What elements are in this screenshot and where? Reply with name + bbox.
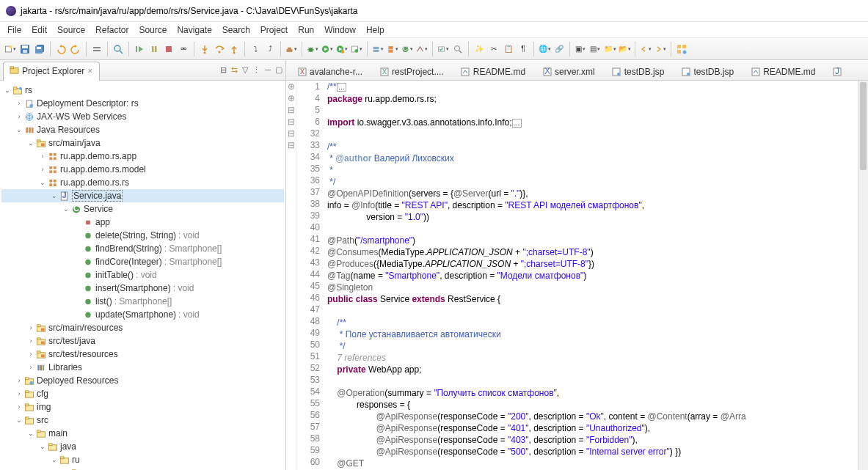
tree-item-pkg-rs[interactable]: ⌄ru.app.demo.rs.rs bbox=[1, 176, 284, 189]
tab-readme1[interactable]: README.md bbox=[453, 62, 533, 80]
tree-item-method-inittable[interactable]: ›initTable(): void bbox=[1, 268, 284, 282]
menu-file[interactable]: File bbox=[7, 25, 21, 35]
tree-item-deployed[interactable]: ›Deployed Resources bbox=[1, 374, 284, 387]
tree-item-service-class[interactable]: ⌄CService bbox=[1, 202, 284, 216]
tree-item-srctestres[interactable]: ›src/test/resources bbox=[1, 348, 284, 361]
tree-item-src[interactable]: ⌄src bbox=[1, 414, 284, 427]
menu-source[interactable]: Source bbox=[57, 25, 85, 35]
coverage-button[interactable] bbox=[336, 43, 348, 55]
text-button[interactable]: ¶ bbox=[517, 43, 529, 55]
suspend-button[interactable] bbox=[148, 43, 160, 55]
tree-item-srcmain[interactable]: ⌄src/main/java bbox=[1, 136, 284, 150]
tree-item-javares[interactable]: ⌄Java Resources bbox=[1, 123, 284, 136]
tree-project-root[interactable]: ⌄rs bbox=[1, 84, 284, 97]
debug-button[interactable] bbox=[307, 43, 318, 55]
tab-testdb1[interactable]: testDB.jsp bbox=[604, 62, 673, 80]
run-button[interactable] bbox=[321, 43, 333, 55]
menu-search[interactable]: Search bbox=[222, 25, 250, 35]
menu-refactor[interactable]: Refactor bbox=[95, 25, 128, 35]
tree-item-service-java[interactable]: ⌄JService.java bbox=[1, 189, 284, 202]
tree-item-pkg-model[interactable]: ›ru.app.demo.rs.model bbox=[1, 163, 284, 176]
expand-button[interactable]: ▤ bbox=[589, 43, 601, 55]
run-last-button[interactable] bbox=[351, 43, 362, 55]
open-task-button[interactable] bbox=[437, 43, 449, 55]
search-button[interactable] bbox=[112, 43, 124, 55]
step-return-button[interactable] bbox=[228, 43, 240, 55]
wand-button[interactable]: ✨ bbox=[473, 43, 485, 55]
tree-item-method-update[interactable]: ›update(Smartphone): void bbox=[1, 308, 284, 321]
save-all-button[interactable] bbox=[34, 43, 45, 55]
filter-icon[interactable]: ▽ bbox=[242, 65, 248, 75]
menu-help[interactable]: Help bbox=[366, 25, 384, 35]
link-button[interactable]: 🔗 bbox=[553, 43, 565, 55]
new-button[interactable] bbox=[4, 43, 16, 55]
new-server-button[interactable] bbox=[372, 43, 384, 55]
tree-item-method-delete[interactable]: ›delete(String, String): void bbox=[1, 229, 284, 242]
back-button[interactable] bbox=[640, 43, 652, 55]
fold-ruler[interactable]: ⊕⊕⊟⊟⊟⊟ bbox=[286, 81, 296, 470]
folder2-button[interactable]: 📂 bbox=[619, 43, 630, 55]
collapse-button[interactable]: ▣ bbox=[575, 43, 586, 55]
menu-run[interactable]: Run bbox=[298, 25, 314, 35]
new-java-button[interactable] bbox=[387, 43, 398, 55]
view-menu-icon[interactable]: ⋮ bbox=[252, 65, 260, 75]
tree-item-img[interactable]: ›img bbox=[1, 400, 284, 414]
menu-source2[interactable]: Source bbox=[139, 25, 167, 35]
search-task-button[interactable] bbox=[452, 43, 464, 55]
tab-serverxml[interactable]: Xserver.xml bbox=[534, 62, 603, 80]
menu-project[interactable]: Project bbox=[260, 25, 288, 35]
tree-item-java[interactable]: ⌄java bbox=[1, 440, 284, 453]
step-into-button[interactable] bbox=[199, 43, 211, 55]
tab-testdb2[interactable]: testDB.jsp bbox=[673, 62, 742, 80]
tree-item-method-list[interactable]: ›list(): Smartphone[] bbox=[1, 295, 284, 308]
tab-restproject[interactable]: xrestProject.... bbox=[371, 62, 452, 80]
tree-item-main[interactable]: ⌄main bbox=[1, 427, 284, 440]
scrollbar-thumb[interactable] bbox=[860, 82, 867, 170]
tree-item-method-insert[interactable]: ›insert(Smartphone): void bbox=[1, 282, 284, 295]
toggle-breadcrumb-button[interactable] bbox=[91, 43, 103, 55]
menu-window[interactable]: Window bbox=[324, 25, 356, 35]
drop-frame-button[interactable]: ⤵ bbox=[249, 43, 261, 55]
tree-item-pkg-app[interactable]: ›ru.app.demo.rs.app bbox=[1, 150, 284, 163]
collapse-all-icon[interactable]: ⊟ bbox=[220, 65, 227, 75]
paste-button[interactable]: 📋 bbox=[503, 43, 514, 55]
perspective-button[interactable] bbox=[676, 43, 688, 55]
undo-button[interactable] bbox=[55, 43, 67, 55]
step-over-button[interactable] bbox=[214, 43, 225, 55]
tree-item-method-findcore[interactable]: ›findCore(Integer): Smartphone[] bbox=[1, 255, 284, 268]
vertical-scrollbar[interactable] bbox=[858, 81, 868, 470]
disconnect-button[interactable]: ⚮ bbox=[178, 43, 189, 55]
tree-item-field-app[interactable]: ›app bbox=[1, 216, 284, 229]
redo-button[interactable] bbox=[70, 43, 81, 55]
tree-item-srcmainres[interactable]: ›src/main/resources bbox=[1, 321, 284, 334]
code-content[interactable]: /**… package ru.app.demo.rs.rs; import i… bbox=[326, 81, 868, 470]
maximize-icon[interactable]: ▢ bbox=[275, 65, 282, 75]
tree-item-cfg[interactable]: ›cfg bbox=[1, 387, 284, 400]
terminate-button[interactable] bbox=[163, 43, 175, 55]
build-button[interactable] bbox=[285, 43, 297, 55]
open-type-button[interactable] bbox=[416, 43, 428, 55]
source-editor[interactable]: ⊕⊕⊟⊟⊟⊟ 145632333435363738394041424344454… bbox=[286, 81, 868, 470]
cut-button[interactable]: ✂ bbox=[488, 43, 500, 55]
tree-item-jaxws[interactable]: ›JAX-WS Web Services bbox=[1, 110, 284, 123]
resume-button[interactable] bbox=[134, 43, 145, 55]
tab-readme2[interactable]: README.md bbox=[743, 62, 823, 80]
minimize-icon[interactable]: ─ bbox=[265, 65, 271, 75]
menu-edit[interactable]: Edit bbox=[32, 25, 47, 35]
save-button[interactable] bbox=[19, 43, 31, 55]
tab-avalanche[interactable]: xavalanche-r... bbox=[289, 62, 371, 80]
tree-item-srctestjava[interactable]: ›src/test/java bbox=[1, 334, 284, 348]
forward-button[interactable] bbox=[654, 43, 666, 55]
tree-item-method-findbrend[interactable]: ›findBrend(String): Smartphone[] bbox=[1, 242, 284, 255]
tree-item-ru[interactable]: ⌄ru bbox=[1, 453, 284, 466]
menu-navigate[interactable]: Navigate bbox=[177, 25, 211, 35]
close-icon[interactable]: ✕ bbox=[87, 67, 93, 75]
planet-button[interactable]: 🌐 bbox=[539, 43, 550, 55]
step-filter-button[interactable]: ⤴ bbox=[264, 43, 276, 55]
project-explorer-tab[interactable]: Project Explorer ✕ bbox=[3, 62, 100, 81]
tab-more[interactable]: J bbox=[824, 62, 850, 80]
project-tree[interactable]: ⌄rs ›Deployment Descriptor: rs ›JAX-WS W… bbox=[0, 81, 285, 470]
tree-item-deploy[interactable]: ›Deployment Descriptor: rs bbox=[1, 97, 284, 110]
tree-item-appf[interactable]: ›app bbox=[1, 466, 284, 470]
link-editor-icon[interactable]: ⇆ bbox=[231, 65, 238, 75]
